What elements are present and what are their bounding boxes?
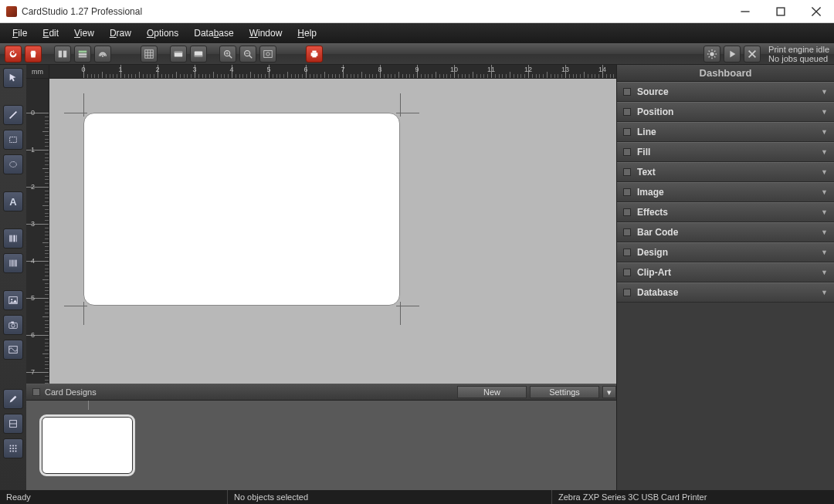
svg-rect-67 bbox=[10, 448, 12, 449]
svg-line-42 bbox=[10, 112, 17, 119]
section-handle-icon bbox=[623, 208, 631, 216]
status-ready: Ready bbox=[0, 490, 228, 504]
zoom-out-button[interactable] bbox=[239, 46, 256, 63]
card-wrapper bbox=[76, 105, 408, 313]
tool-column: A bbox=[0, 65, 26, 490]
section-handle-icon bbox=[623, 168, 631, 176]
dashboard-section-effects[interactable]: Effects▼ bbox=[617, 202, 834, 222]
menu-draw[interactable]: Draw bbox=[103, 25, 137, 41]
section-label: Image bbox=[637, 187, 664, 198]
svg-rect-16 bbox=[175, 51, 183, 52]
print-button[interactable] bbox=[306, 46, 323, 63]
card-designs-body bbox=[26, 401, 616, 490]
svg-rect-74 bbox=[15, 451, 17, 452]
card-design-thumb[interactable] bbox=[42, 417, 133, 474]
chevron-down-icon: ▼ bbox=[821, 228, 828, 236]
print-cancel-button[interactable] bbox=[744, 46, 761, 63]
spreadsheet-button[interactable] bbox=[141, 46, 158, 63]
svg-point-9 bbox=[102, 55, 103, 56]
svg-line-37 bbox=[714, 56, 715, 57]
dashboard-section-clip-art[interactable]: Clip-Art▼ bbox=[617, 262, 834, 282]
chevron-down-icon: ▼ bbox=[821, 168, 828, 176]
chevron-down-icon: ▼ bbox=[821, 188, 828, 196]
main-area: A mm 0123456789101112131415 01234567 bbox=[0, 65, 834, 490]
section-label: Bar Code bbox=[637, 227, 678, 238]
svg-rect-43 bbox=[10, 137, 17, 143]
svg-rect-69 bbox=[12, 445, 14, 447]
close-button[interactable] bbox=[798, 0, 834, 23]
card-designs-panel: Card Designs New Settings ▾ bbox=[26, 384, 616, 490]
card-front-button[interactable] bbox=[170, 46, 187, 63]
chevron-down-icon: ▼ bbox=[821, 208, 828, 216]
layout-grid-button[interactable] bbox=[54, 46, 71, 63]
window-title: CardStudio 1.27 Professional bbox=[22, 6, 142, 17]
dashboard-section-image[interactable]: Image▼ bbox=[617, 182, 834, 202]
chevron-down-icon: ▼ bbox=[821, 128, 828, 136]
ruler-unit: mm bbox=[26, 65, 49, 79]
db-grid-button[interactable] bbox=[74, 46, 91, 63]
print-status-line2: No jobs queued bbox=[768, 54, 829, 63]
tool-camera[interactable] bbox=[3, 315, 23, 335]
canvas-viewport[interactable] bbox=[49, 79, 616, 384]
dashboard-section-database[interactable]: Database▼ bbox=[617, 282, 834, 303]
tool-image[interactable] bbox=[3, 290, 23, 310]
delete-button[interactable] bbox=[25, 46, 42, 63]
svg-rect-68 bbox=[10, 451, 12, 452]
tool-line[interactable] bbox=[3, 105, 23, 125]
section-label: Clip-Art bbox=[637, 267, 671, 278]
dashboard-section-source[interactable]: Source▼ bbox=[617, 82, 834, 102]
zoom-fit-button[interactable] bbox=[259, 46, 276, 63]
dashboard-section-text[interactable]: Text▼ bbox=[617, 162, 834, 182]
card-back-button[interactable] bbox=[190, 46, 207, 63]
svg-rect-66 bbox=[10, 445, 12, 447]
menu-file[interactable]: File bbox=[6, 25, 33, 41]
svg-line-39 bbox=[714, 50, 715, 51]
svg-rect-73 bbox=[15, 448, 17, 449]
card-designs-header: Card Designs New Settings ▾ bbox=[26, 384, 616, 401]
svg-rect-26 bbox=[264, 50, 273, 57]
print-play-button[interactable] bbox=[724, 46, 741, 63]
tool-barcode[interactable] bbox=[3, 228, 23, 249]
panel-handle-icon bbox=[32, 388, 40, 396]
status-printer: Zebra ZXP Series 3C USB Card Printer bbox=[552, 490, 834, 504]
dashboard-section-design[interactable]: Design▼ bbox=[617, 242, 834, 262]
dashboard-section-bar-code[interactable]: Bar Code▼ bbox=[617, 222, 834, 242]
tool-text[interactable]: A bbox=[3, 191, 23, 211]
dashboard-panel: Dashboard Source▼Position▼Line▼Fill▼Text… bbox=[616, 65, 834, 490]
menu-help[interactable]: Help bbox=[291, 25, 323, 41]
tool-ellipse[interactable] bbox=[3, 154, 23, 174]
menu-options[interactable]: Options bbox=[141, 25, 185, 41]
menu-edit[interactable]: Edit bbox=[36, 25, 65, 41]
tool-pointer[interactable] bbox=[3, 68, 23, 88]
menu-view[interactable]: View bbox=[68, 25, 100, 41]
tool-rect[interactable] bbox=[3, 130, 23, 150]
section-handle-icon bbox=[623, 188, 631, 196]
window-titlebar: CardStudio 1.27 Professional bbox=[0, 0, 834, 23]
svg-rect-4 bbox=[59, 50, 62, 57]
broadcast-button[interactable] bbox=[94, 46, 111, 63]
dashboard-section-line[interactable]: Line▼ bbox=[617, 122, 834, 142]
card-designs-new-button[interactable]: New bbox=[457, 386, 527, 398]
card-canvas[interactable] bbox=[83, 113, 400, 306]
card-designs-dropdown-button[interactable]: ▾ bbox=[602, 386, 616, 398]
minimize-button[interactable] bbox=[727, 0, 763, 23]
svg-rect-72 bbox=[15, 445, 17, 447]
menu-window[interactable]: Window bbox=[243, 25, 289, 41]
print-engine-icon[interactable] bbox=[703, 46, 720, 63]
card-designs-settings-button[interactable]: Settings bbox=[530, 386, 599, 398]
dashboard-section-position[interactable]: Position▼ bbox=[617, 102, 834, 122]
tool-shape-catalog[interactable] bbox=[3, 414, 23, 434]
section-label: Database bbox=[637, 287, 678, 298]
zoom-in-button[interactable] bbox=[219, 46, 236, 63]
refresh-button[interactable] bbox=[5, 46, 22, 63]
tool-effects[interactable] bbox=[3, 340, 23, 360]
tool-pencil[interactable] bbox=[3, 389, 23, 409]
chevron-down-icon: ▼ bbox=[821, 289, 828, 296]
svg-point-44 bbox=[10, 162, 17, 167]
tool-barcode-2d[interactable] bbox=[3, 253, 23, 273]
tool-list[interactable] bbox=[3, 438, 23, 458]
section-label: Source bbox=[637, 86, 669, 97]
dashboard-section-fill[interactable]: Fill▼ bbox=[617, 142, 834, 162]
maximize-button[interactable] bbox=[763, 0, 798, 23]
menu-database[interactable]: Database bbox=[188, 25, 239, 41]
